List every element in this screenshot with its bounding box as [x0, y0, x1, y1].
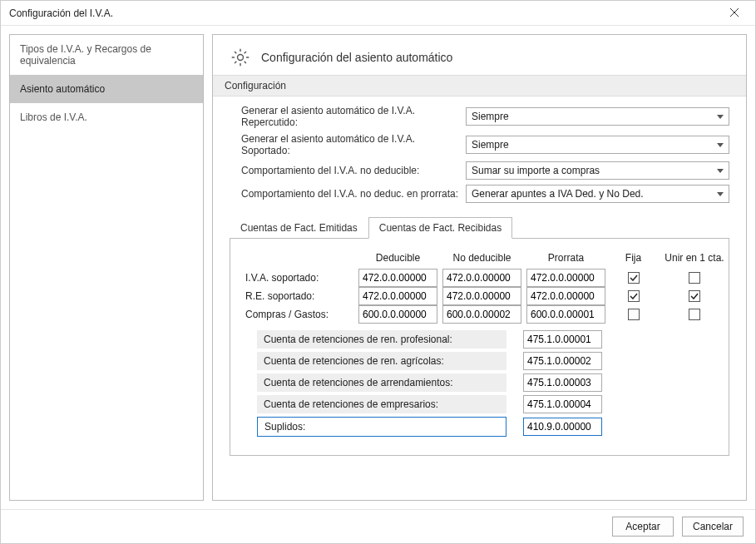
window-title: Configuración del I.V.A. — [9, 7, 113, 19]
ret-input-4[interactable] — [523, 418, 602, 436]
form-label-0: Generar el asiento automático de I.V.A. … — [241, 105, 466, 128]
grid-cbcell-2-fija — [610, 305, 656, 324]
ret-inputwrap-0 — [523, 330, 602, 349]
ret-input-2[interactable] — [523, 373, 602, 392]
ret-label-4: Suplidos: — [257, 417, 506, 437]
grid-checkbox-0-fija[interactable] — [628, 272, 640, 284]
ret-inputwrap-3 — [523, 395, 602, 413]
grid-cbcell-1-fija — [610, 287, 656, 305]
sidebar-item-1[interactable]: Asiento automático — [10, 75, 203, 103]
sidebar: Tipos de I.V.A. y Recargos de equivalenc… — [9, 34, 204, 501]
grid-cbcell-1-unir — [661, 287, 728, 305]
sidebar-item-0[interactable]: Tipos de I.V.A. y Recargos de equivalenc… — [10, 35, 203, 75]
titlebar: Configuración del I.V.A. — [1, 1, 755, 26]
form-row-1: Generar el asiento automático de I.V.A. … — [241, 133, 729, 156]
dialog-footer: Aceptar Cancelar — [1, 509, 755, 543]
ret-label-2: Cuenta de retenciones de arrendamientos: — [257, 373, 506, 392]
tab-panel-recibidas: DeducibleNo deducibleProrrataFijaUnir en… — [230, 239, 729, 456]
ret-row-2: Cuenta de retenciones de arrendamientos: — [245, 373, 714, 392]
ret-input-3[interactable] — [523, 395, 602, 413]
grid-spacer — [245, 250, 353, 269]
dialog-window: Configuración del I.V.A. Tipos de I.V.A.… — [0, 0, 756, 544]
form-row-0: Generar el asiento automático de I.V.A. … — [241, 105, 729, 128]
grid-checkbox-2-fija[interactable] — [628, 309, 640, 320]
grid-cell-0-prorrata — [526, 269, 605, 287]
form-row-3: Comportamiento del I.V.A. no deduc. en p… — [241, 185, 729, 203]
svg-point-2 — [238, 55, 244, 61]
grid-cell-2-prorrata — [526, 305, 605, 324]
grid-header-unir: Unir en 1 cta. — [661, 250, 728, 269]
accept-label: Aceptar — [625, 521, 660, 532]
grid-cell-2-deducible — [358, 305, 437, 324]
main-header: Configuración del asiento automático — [213, 35, 746, 75]
grid-cbcell-2-unir — [661, 305, 728, 324]
grid-cell-1-prorrata — [526, 287, 605, 305]
grid-input-1-nodeducible[interactable] — [442, 287, 521, 305]
form-select-0[interactable]: Siempre — [466, 107, 729, 126]
grid-header-fija: Fija — [610, 250, 656, 269]
ret-row-4: Suplidos: — [245, 417, 714, 437]
tabs-container: Cuentas de Fact. EmitidasCuentas de Fact… — [213, 211, 746, 456]
gear-icon — [230, 47, 251, 68]
main-panel: Configuración del asiento automático Con… — [212, 34, 747, 501]
ret-inputwrap-4 — [523, 418, 602, 436]
grid-cbcell-0-fija — [610, 269, 656, 287]
accounts-grid: DeducibleNo deducibleProrrataFijaUnir en… — [245, 250, 714, 324]
form-select-value-1: Siempre — [472, 139, 509, 151]
chevron-down-icon — [715, 192, 725, 196]
ret-label-0: Cuenta de retenciones de ren. profesiona… — [257, 330, 506, 349]
ret-label-1: Cuenta de retenciones de ren. agrícolas: — [257, 352, 506, 370]
dialog-body: Tipos de I.V.A. y Recargos de equivalenc… — [1, 26, 755, 509]
section-header: Configuración — [213, 75, 746, 96]
form-label-3: Comportamiento del I.V.A. no deduc. en p… — [241, 188, 466, 200]
grid-input-2-prorrata[interactable] — [526, 305, 605, 324]
ret-row-3: Cuenta de retenciones de empresarios: — [245, 395, 714, 413]
config-form: Generar el asiento automático de I.V.A. … — [213, 96, 746, 211]
grid-rowlabel-2: Compras / Gastos: — [245, 305, 353, 324]
grid-header-prorrata: Prorrata — [526, 250, 605, 269]
form-select-3[interactable]: Generar apuntes a IVA Ded. y No Ded. — [466, 185, 729, 203]
grid-cell-0-deducible — [358, 269, 437, 287]
grid-input-2-deducible[interactable] — [358, 305, 437, 324]
sidebar-item-2[interactable]: Libros de I.V.A. — [10, 103, 203, 131]
grid-input-1-deducible[interactable] — [358, 287, 437, 305]
main-title: Configuración del asiento automático — [261, 51, 452, 64]
form-select-1[interactable]: Siempre — [466, 136, 729, 154]
ret-input-0[interactable] — [523, 330, 602, 349]
grid-cell-2-nodeducible — [442, 305, 521, 324]
form-select-2[interactable]: Sumar su importe a compras — [466, 161, 729, 180]
grid-input-0-prorrata[interactable] — [526, 269, 605, 287]
form-select-value-3: Generar apuntes a IVA Ded. y No Ded. — [472, 188, 644, 200]
chevron-down-icon — [715, 115, 725, 119]
tabs: Cuentas de Fact. EmitidasCuentas de Fact… — [230, 216, 729, 239]
form-row-2: Comportamiento del I.V.A. no deducible:S… — [241, 161, 729, 180]
grid-input-0-nodeducible[interactable] — [442, 269, 521, 287]
close-button[interactable] — [722, 1, 747, 26]
ret-input-1[interactable] — [523, 352, 602, 370]
form-select-value-0: Siempre — [472, 111, 509, 122]
chevron-down-icon — [715, 143, 725, 147]
cancel-button[interactable]: Cancelar — [682, 517, 744, 537]
grid-checkbox-2-unir[interactable] — [689, 309, 700, 320]
grid-rowlabel-0: I.V.A. soportado: — [245, 269, 353, 287]
form-select-value-2: Sumar su importe a compras — [472, 165, 600, 176]
ret-inputwrap-2 — [523, 373, 602, 392]
tab-1[interactable]: Cuentas de Fact. Recibidas — [368, 217, 512, 239]
close-icon — [730, 7, 739, 19]
grid-header-deducible: Deducible — [358, 250, 437, 269]
accept-button[interactable]: Aceptar — [612, 517, 674, 537]
grid-checkbox-1-unir[interactable] — [689, 290, 700, 302]
grid-rowlabel-1: R.E. soportado: — [245, 287, 353, 305]
ret-row-1: Cuenta de retenciones de ren. agrícolas: — [245, 352, 714, 370]
cancel-label: Cancelar — [693, 521, 733, 532]
grid-cell-0-nodeducible — [442, 269, 521, 287]
ret-inputwrap-1 — [523, 352, 602, 370]
grid-input-1-prorrata[interactable] — [526, 287, 605, 305]
grid-input-0-deducible[interactable] — [358, 269, 437, 287]
grid-checkbox-0-unir[interactable] — [689, 272, 700, 284]
grid-checkbox-1-fija[interactable] — [628, 290, 640, 302]
grid-cbcell-0-unir — [661, 269, 728, 287]
grid-input-2-nodeducible[interactable] — [442, 305, 521, 324]
retenciones-block: Cuenta de retenciones de ren. profesiona… — [245, 330, 714, 437]
tab-0[interactable]: Cuentas de Fact. Emitidas — [230, 217, 368, 239]
